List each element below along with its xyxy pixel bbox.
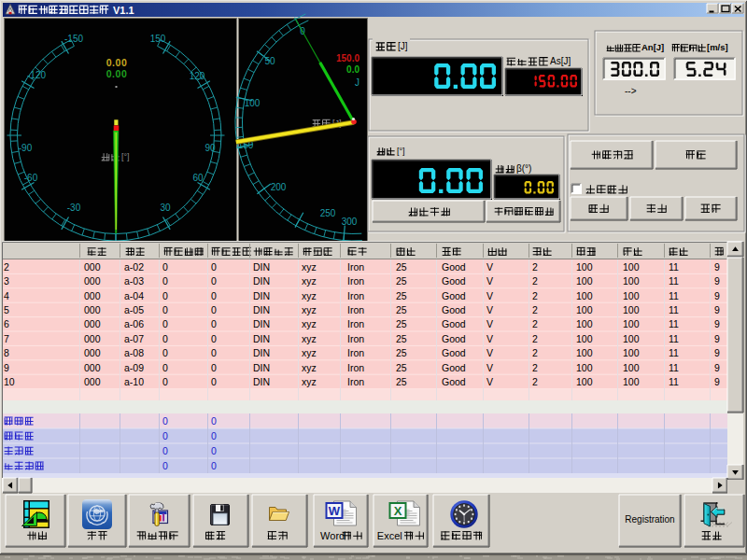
svg-text:11: 11 xyxy=(669,275,679,287)
svg-text:9: 9 xyxy=(714,261,720,273)
svg-text:25: 25 xyxy=(396,275,407,287)
svg-text:X: X xyxy=(394,504,402,518)
svg-text:3: 3 xyxy=(4,275,9,287)
svg-text:a-06: a-06 xyxy=(124,318,144,329)
svg-text:2: 2 xyxy=(532,261,538,273)
svg-text:100: 100 xyxy=(576,275,593,287)
svg-text:100: 100 xyxy=(623,290,640,301)
svg-text:a-09: a-09 xyxy=(124,362,144,373)
svg-text:[m/s]: [m/s] xyxy=(707,42,728,52)
svg-text:100: 100 xyxy=(623,261,640,273)
svg-text:Iron: Iron xyxy=(347,333,364,344)
svg-text:An[J]: An[J] xyxy=(641,42,664,52)
svg-text:9: 9 xyxy=(714,333,720,344)
svg-text:100: 100 xyxy=(245,98,261,108)
svg-text:100: 100 xyxy=(623,304,640,315)
svg-text:Iron: Iron xyxy=(347,290,364,301)
svg-text:a-02: a-02 xyxy=(124,261,144,273)
svg-text:Iron: Iron xyxy=(347,261,364,273)
svg-text:xyz: xyz xyxy=(302,318,317,329)
svg-text:V1.1: V1.1 xyxy=(113,5,134,16)
svg-text:9: 9 xyxy=(714,318,720,329)
svg-text:11: 11 xyxy=(669,347,679,358)
svg-text:000: 000 xyxy=(84,347,101,358)
svg-text:Excel: Excel xyxy=(377,530,402,541)
svg-text:0: 0 xyxy=(162,362,168,373)
svg-text:000: 000 xyxy=(84,333,101,344)
svg-text:Iron: Iron xyxy=(347,304,364,315)
svg-text:100: 100 xyxy=(576,347,593,358)
svg-text:11: 11 xyxy=(669,304,679,315)
svg-text:120: 120 xyxy=(190,71,205,81)
svg-text:10: 10 xyxy=(4,376,15,387)
svg-text:25: 25 xyxy=(396,318,407,329)
svg-text:25: 25 xyxy=(396,290,407,301)
svg-text:xyz: xyz xyxy=(302,333,317,344)
svg-text:Registration: Registration xyxy=(625,514,674,525)
svg-text:Good: Good xyxy=(442,376,466,387)
svg-text:β(°): β(°) xyxy=(516,163,531,174)
svg-text:-->: --> xyxy=(625,86,637,96)
svg-text:100: 100 xyxy=(576,376,593,387)
svg-text:11: 11 xyxy=(669,261,679,273)
svg-text:a-10: a-10 xyxy=(124,376,144,387)
svg-text:a-05: a-05 xyxy=(124,304,144,315)
svg-text:Iron: Iron xyxy=(347,362,364,373)
svg-text:9: 9 xyxy=(714,290,720,301)
svg-text:V: V xyxy=(486,362,493,373)
svg-text:xyz: xyz xyxy=(302,275,317,287)
svg-text:100: 100 xyxy=(576,333,593,344)
svg-text:25: 25 xyxy=(396,261,407,273)
svg-text:Iron: Iron xyxy=(347,376,364,387)
svg-text:250: 250 xyxy=(320,208,336,218)
svg-text:5: 5 xyxy=(4,304,9,315)
svg-text:6: 6 xyxy=(4,318,9,329)
svg-text:25: 25 xyxy=(396,376,407,387)
svg-text:DIN: DIN xyxy=(253,304,270,315)
svg-text:0.00: 0.00 xyxy=(106,57,127,68)
svg-text:11: 11 xyxy=(669,376,679,387)
svg-text:25: 25 xyxy=(396,333,407,344)
svg-text:9: 9 xyxy=(714,347,720,358)
svg-text:V: V xyxy=(486,304,493,315)
svg-text:a-07: a-07 xyxy=(124,333,144,344)
svg-text:0: 0 xyxy=(211,333,217,344)
svg-text:100: 100 xyxy=(623,318,640,329)
svg-text:25: 25 xyxy=(396,347,407,358)
svg-text:100: 100 xyxy=(623,347,640,358)
svg-text:25: 25 xyxy=(396,304,407,315)
svg-text:000: 000 xyxy=(84,376,101,387)
svg-text:0: 0 xyxy=(211,347,217,358)
svg-text:0: 0 xyxy=(211,415,217,427)
svg-text:0: 0 xyxy=(162,304,168,315)
svg-text:-90: -90 xyxy=(19,143,33,153)
svg-text:V: V xyxy=(486,333,493,344)
svg-text:0: 0 xyxy=(162,347,168,358)
svg-text:11: 11 xyxy=(669,362,679,373)
svg-text:a-03: a-03 xyxy=(124,275,144,287)
svg-text:0: 0 xyxy=(162,460,168,471)
svg-text:000: 000 xyxy=(84,304,101,315)
svg-text:Iron: Iron xyxy=(347,318,364,329)
svg-text:0: 0 xyxy=(211,318,217,329)
svg-text:000: 000 xyxy=(84,275,101,287)
svg-text:8: 8 xyxy=(4,347,9,358)
svg-text:300: 300 xyxy=(342,217,358,227)
svg-text:90: 90 xyxy=(204,143,216,153)
svg-text:2: 2 xyxy=(532,275,538,287)
svg-text:60: 60 xyxy=(192,173,204,183)
svg-text:Good: Good xyxy=(442,318,466,329)
svg-text:V: V xyxy=(486,376,493,387)
svg-text:11: 11 xyxy=(669,333,679,344)
svg-text:DIN: DIN xyxy=(253,347,270,358)
svg-text:2: 2 xyxy=(532,304,538,315)
svg-text:a-08: a-08 xyxy=(124,347,144,358)
svg-text:0: 0 xyxy=(162,430,168,441)
svg-text:V: V xyxy=(486,318,493,329)
svg-text:0.00: 0.00 xyxy=(106,68,127,79)
svg-text:xyz: xyz xyxy=(302,362,317,373)
svg-text:DIN: DIN xyxy=(253,275,270,287)
svg-text:100: 100 xyxy=(623,275,640,287)
svg-text:0: 0 xyxy=(211,290,217,301)
svg-text:0: 0 xyxy=(162,376,168,387)
